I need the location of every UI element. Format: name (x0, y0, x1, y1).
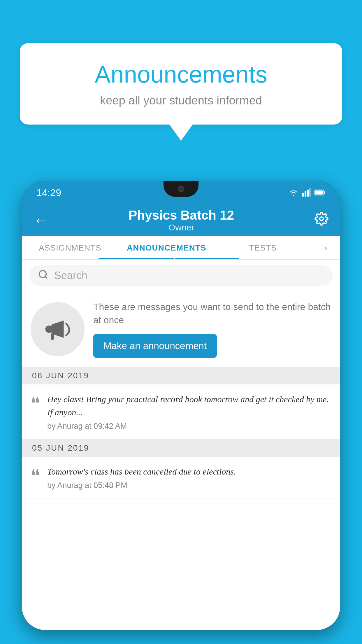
speech-bubble-card: Announcements keep all your students inf… (20, 43, 342, 125)
promo-section: These are messages you want to send to t… (22, 292, 340, 367)
phone-device: 14:29 (22, 181, 340, 630)
svg-rect-0 (302, 193, 304, 197)
quote-icon-2: ❝ (31, 467, 40, 485)
search-bar-wrapper: Search (22, 260, 340, 292)
announcement-text-2: Tomorrow's class has been cancelled due … (47, 465, 331, 478)
signal-icon (302, 188, 311, 197)
settings-icon[interactable] (314, 212, 328, 229)
header-center: Physics Batch 12 Owner (129, 208, 234, 232)
svg-point-7 (320, 217, 323, 220)
announcement-content-1: Hey class! Bring your practical record b… (47, 393, 331, 431)
announcement-content-2: Tomorrow's class has been cancelled due … (47, 465, 331, 490)
search-placeholder: Search (54, 270, 87, 282)
make-announcement-button[interactable]: Make an announcement (93, 334, 217, 358)
header-subtitle: Owner (129, 223, 234, 232)
header-title: Physics Batch 12 (129, 208, 234, 223)
status-icons (288, 188, 326, 197)
wifi-icon (288, 188, 299, 197)
promo-right: These are messages you want to send to t… (93, 300, 331, 358)
announcement-item-1[interactable]: ❝ Hey class! Bring your practical record… (22, 384, 340, 439)
date-separator-1: 06 JUN 2019 (22, 367, 340, 384)
phone-wrapper: 14:29 (22, 181, 340, 644)
search-bar[interactable]: Search (29, 265, 333, 286)
announcement-author-2: by Anurag at 05:48 PM (47, 481, 331, 490)
announcement-item-2[interactable]: ❝ Tomorrow's class has been cancelled du… (22, 457, 340, 498)
speech-bubble-section: Announcements keep all your students inf… (20, 43, 342, 141)
back-button[interactable]: ← (34, 212, 48, 229)
svg-point-10 (45, 326, 53, 333)
tab-announcements[interactable]: ANNOUNCEMENTS (118, 236, 215, 259)
tab-active-underline (99, 258, 174, 259)
quote-icon-1: ❝ (31, 395, 40, 412)
tab-assignments[interactable]: ASSIGNMENTS (22, 236, 118, 259)
svg-point-8 (39, 270, 46, 277)
search-icon (38, 269, 48, 282)
svg-rect-6 (315, 190, 323, 195)
svg-rect-1 (305, 191, 306, 197)
megaphone-icon (42, 314, 73, 344)
status-time: 14:29 (36, 187, 61, 198)
promo-description: These are messages you want to send to t… (93, 300, 331, 327)
promo-icon-circle (31, 302, 85, 356)
svg-rect-3 (309, 188, 311, 197)
tabs-bar: ASSIGNMENTS ANNOUNCEMENTS TESTS › (22, 236, 340, 260)
announcement-text-1: Hey class! Bring your practical record b… (47, 393, 331, 419)
tab-more[interactable]: › (311, 236, 340, 259)
notch (164, 181, 198, 197)
tab-tests[interactable]: TESTS (215, 236, 311, 259)
speech-bubble-subtitle: keep all your students informed (43, 94, 319, 107)
svg-rect-11 (51, 334, 54, 340)
status-bar: 14:29 (22, 181, 340, 204)
battery-icon (314, 189, 326, 196)
announcement-author-1: by Anurag at 09:42 AM (47, 422, 331, 431)
speech-bubble-tail (169, 125, 193, 141)
svg-rect-5 (324, 191, 325, 194)
phone-screen: ← Physics Batch 12 Owner ASSIGNMENTS ANN… (22, 204, 340, 630)
camera (178, 186, 184, 192)
speech-bubble-title: Announcements (43, 61, 319, 88)
date-separator-2: 05 JUN 2019 (22, 439, 340, 457)
svg-rect-2 (307, 190, 309, 197)
app-header: ← Physics Batch 12 Owner (22, 204, 340, 236)
